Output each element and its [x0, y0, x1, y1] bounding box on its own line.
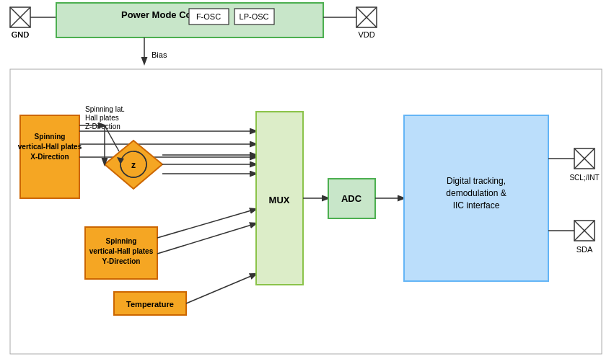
spinning-x-line1: Spinning — [35, 133, 66, 141]
spinning-y-line3: Y-Direction — [102, 257, 141, 265]
f-osc-label: F-OSC — [196, 12, 221, 21]
z-label: z — [131, 160, 136, 170]
svg-rect-36 — [404, 115, 548, 281]
svg-text:GND: GND — [12, 30, 30, 39]
adc-label: ADC — [341, 193, 362, 204]
spinning-x-line2: vertical-Hall plates — [18, 143, 82, 151]
spinning-y-line1: Spinning — [106, 237, 137, 245]
spinning-x-line3: X-Direction — [30, 153, 69, 161]
bias-label: Bias — [152, 50, 167, 59]
temperature-label: Temperature — [126, 300, 174, 308]
scl-int-label: SCL;/INT — [569, 174, 599, 182]
sda-label: SDA — [576, 245, 593, 254]
spinning-y-line2: vertical-Hall plates — [89, 247, 154, 255]
vdd-label: VDD — [358, 30, 374, 39]
spinning-lat-line3: Z-Direction — [85, 123, 120, 130]
digital-line1: Digital tracking, — [447, 176, 506, 186]
lp-osc-label: LP-OSC — [240, 12, 269, 21]
mux-label: MUX — [269, 195, 290, 205]
diagram-container: GND GND Power Mode Control F-OSC LP-OSC … — [0, 0, 614, 364]
digital-line2: demodulation & — [446, 188, 506, 198]
spinning-lat-line1: Spinning lat. — [85, 105, 125, 113]
digital-line3: IIC interface — [453, 200, 500, 210]
spinning-lat-line2: Hall plates — [85, 114, 119, 122]
